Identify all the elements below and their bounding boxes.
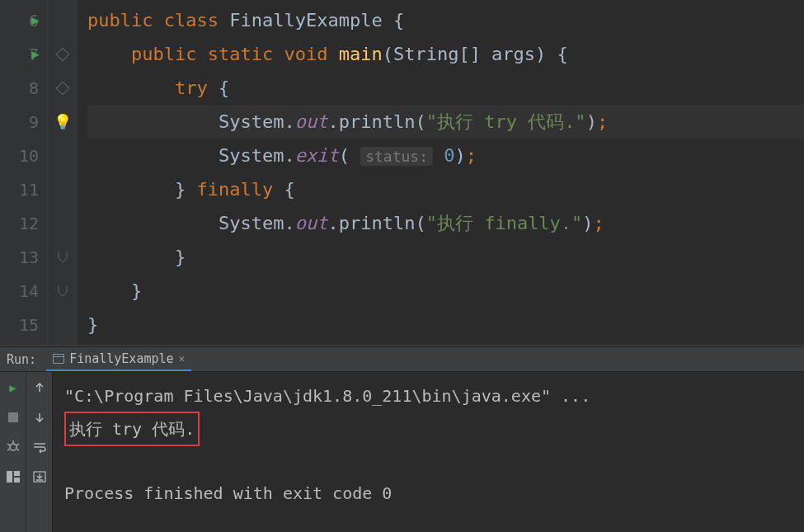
stop-icon[interactable] [6, 410, 21, 425]
run-panel-title: Run: [7, 352, 36, 367]
console-line: "C:\Program Files\Java\jdk1.8.0_211\bin\… [64, 380, 792, 412]
console-output[interactable]: "C:\Program Files\Java\jdk1.8.0_211\bin\… [53, 372, 804, 532]
svg-line-2 [7, 444, 10, 445]
line-number[interactable]: 6 ▶ [0, 3, 47, 37]
scroll-to-end-icon[interactable] [32, 469, 47, 484]
line-number[interactable]: 15 [0, 308, 47, 341]
debug-icon[interactable] [6, 440, 21, 454]
line-number[interactable]: 11 [0, 172, 47, 206]
run-tool-window: Run: FinallyExample ✕ ▶ [0, 346, 804, 532]
lightbulb-icon[interactable]: 💡 [54, 113, 72, 130]
highlighted-output: 执行 try 代码. [64, 412, 200, 446]
line-number[interactable]: 13 [0, 240, 47, 274]
fold-end-icon[interactable] [58, 252, 68, 263]
line-number[interactable]: 10 [0, 139, 47, 172]
application-icon [53, 354, 64, 364]
code-editor: 6 ▶ 7 ▶ 8 9 10 11 12 13 14 15 💡 public c… [0, 0, 804, 345]
run-tab[interactable]: FinallyExample ✕ [46, 347, 191, 371]
code-content[interactable]: public class FinallyExample { public sta… [78, 0, 804, 345]
parameter-hint: status: [360, 147, 433, 166]
arrow-up-icon[interactable] [32, 380, 47, 395]
line-number[interactable]: 8 [0, 71, 47, 105]
run-tab-label: FinallyExample [69, 351, 173, 366]
rerun-icon[interactable]: ▶ [6, 380, 21, 395]
console-line [64, 446, 792, 478]
run-toolbar-primary: ▶ [0, 372, 26, 532]
svg-rect-7 [14, 471, 20, 476]
run-gutter-icon[interactable]: ▶ [31, 46, 40, 62]
line-number[interactable]: 7 ▶ [0, 37, 47, 71]
layout-icon[interactable] [6, 469, 21, 484]
console-line: Process finished with exit code 0 [64, 478, 792, 509]
fold-gutter: 💡 [48, 0, 78, 345]
svg-rect-6 [7, 471, 12, 483]
fold-end-icon[interactable] [58, 285, 68, 297]
svg-line-3 [16, 444, 19, 445]
svg-line-4 [7, 449, 10, 450]
run-panel-header: Run: FinallyExample ✕ [0, 347, 804, 372]
svg-line-5 [16, 449, 19, 450]
svg-rect-8 [14, 478, 20, 483]
close-icon[interactable]: ✕ [179, 352, 186, 365]
line-number[interactable]: 9 [0, 105, 47, 139]
line-number[interactable]: 14 [0, 274, 47, 308]
line-number-gutter: 6 ▶ 7 ▶ 8 9 10 11 12 13 14 15 [0, 0, 48, 345]
console-line: 执行 try 代码. [64, 412, 792, 446]
soft-wrap-icon[interactable] [32, 440, 47, 454]
fold-toggle-icon[interactable] [56, 81, 70, 95]
arrow-down-icon[interactable] [32, 410, 47, 425]
fold-toggle-icon[interactable] [56, 47, 70, 61]
run-gutter-icon[interactable]: ▶ [31, 12, 40, 28]
svg-point-0 [10, 444, 16, 450]
run-toolbar-secondary [26, 372, 53, 532]
line-number[interactable]: 12 [0, 206, 47, 240]
